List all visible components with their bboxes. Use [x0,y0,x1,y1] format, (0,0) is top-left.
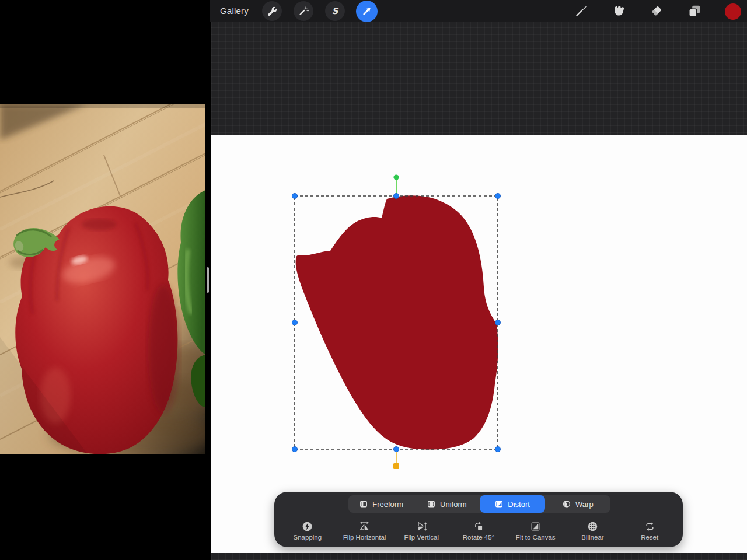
uniform-icon [427,499,436,509]
action-label: Flip Horizontal [343,534,386,541]
layers-button[interactable] [686,0,703,22]
top-toolbar: Gallery S [210,0,747,22]
action-label: Rotate 45° [463,534,494,541]
flip-horizontal-icon [358,520,371,533]
flip-vertical-icon [416,520,428,533]
eraser-icon [649,4,664,19]
smudge-icon [611,4,626,19]
actions-button[interactable] [262,1,282,21]
bilinear-icon [587,520,599,533]
rotate-45-icon [473,520,485,533]
transform-button[interactable] [356,1,378,22]
flip-horizontal-button[interactable]: Flip Horizontal [336,519,393,545]
reset-icon [644,520,656,533]
action-label: Snapping [294,534,322,541]
procreate-app: Gallery S [0,0,747,560]
gallery-button[interactable]: Gallery [220,0,249,22]
svg-text:S: S [332,6,339,16]
snapping-icon [301,520,313,533]
drawing-canvas[interactable] [211,135,747,553]
flip-vertical-button[interactable]: Flip Vertical [393,519,450,545]
tab-label: Warp [575,500,594,509]
wrench-icon [266,5,278,18]
action-label: Bilinear [581,534,603,541]
transform-actions-row: Snapping Flip Horizontal [279,519,678,545]
distort-icon [494,499,504,509]
snapping-button[interactable]: Snapping [279,519,336,545]
brush-icon [574,4,589,19]
tab-label: Freeform [372,500,403,509]
selection-s-icon: S [329,5,341,18]
adjustments-button[interactable] [294,1,313,21]
reset-button[interactable]: Reset [621,519,678,545]
freeform-icon [359,499,368,509]
action-label: Reset [641,534,658,541]
rotate-45-button[interactable]: Rotate 45° [450,519,507,545]
action-label: Fit to Canvas [516,534,556,541]
warp-icon [562,499,571,509]
bilinear-button[interactable]: Bilinear [564,519,622,545]
action-label: Flip Vertical [404,534,439,541]
smudge-tool-button[interactable] [610,0,627,22]
reference-panel-drag-handle[interactable] [207,267,209,293]
tab-uniform[interactable]: Uniform [414,495,479,513]
transform-arrow-icon [360,5,374,18]
brush-tool-button[interactable] [573,0,590,22]
tab-distort[interactable]: Distort [480,495,545,513]
fit-to-canvas-button[interactable]: Fit to Canvas [507,519,564,545]
transform-mode-tabs: Freeform Uniform Distort [348,495,610,513]
tab-label: Uniform [440,500,467,509]
adjustments-wand-icon [297,5,310,18]
layers-icon [687,4,702,19]
transform-options-panel: Freeform Uniform Distort [274,492,683,547]
eraser-tool-button[interactable] [648,0,665,22]
tab-warp[interactable]: Warp [545,495,610,513]
color-swatch[interactable] [725,4,741,20]
tab-label: Distort [508,500,530,509]
reference-panel [0,0,211,560]
fit-to-canvas-icon [529,520,542,533]
reference-photo-peppers[interactable] [0,104,205,454]
tab-freeform[interactable]: Freeform [348,495,414,513]
selection-button[interactable]: S [325,1,345,21]
